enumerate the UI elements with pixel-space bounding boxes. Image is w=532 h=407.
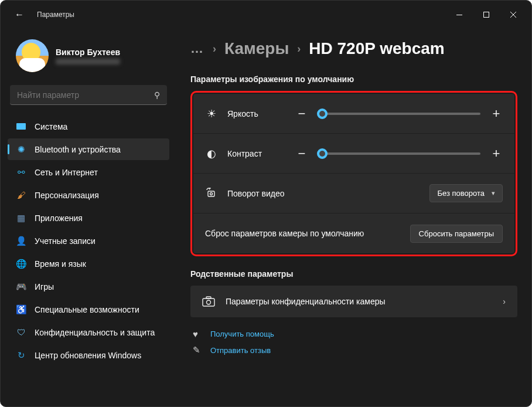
svg-rect-0 <box>456 15 462 15</box>
nav-accessibility[interactable]: ♿ Специальные возможности <box>8 299 169 320</box>
get-help-link[interactable]: ♥ Получить помощь <box>193 329 517 339</box>
slider-thumb[interactable] <box>317 108 328 119</box>
apps-icon: ▦ <box>16 213 26 223</box>
chevron-right-icon: › <box>213 43 216 55</box>
accessibility-icon: ♿ <box>16 304 26 315</box>
breadcrumb-parent[interactable]: Камеры <box>224 39 289 58</box>
brightness-decrease[interactable]: − <box>295 106 308 121</box>
breadcrumb: … › Камеры › HD 720P webcam <box>190 39 517 58</box>
contrast-slider[interactable] <box>318 152 480 155</box>
slider-thumb[interactable] <box>317 148 328 159</box>
nav-network[interactable]: ⚯ Сеть и Интернет <box>8 161 169 183</box>
footer-links: ♥ Получить помощь ✎ Отправить отзыв <box>190 329 517 355</box>
svg-rect-6 <box>203 299 214 306</box>
nav-label: Центр обновления Windows <box>35 351 141 360</box>
nav-system[interactable]: Система <box>8 116 169 137</box>
contrast-label: Контраст <box>227 149 286 158</box>
nav-gaming[interactable]: 🎮 Игры <box>8 276 169 297</box>
breadcrumb-more[interactable]: … <box>190 41 204 56</box>
contrast-icon: ◐ <box>205 147 218 160</box>
search-input[interactable] <box>17 90 154 100</box>
nav-label: Система <box>35 122 67 131</box>
brightness-label: Яркость <box>227 109 286 118</box>
user-icon: 👤 <box>16 236 26 246</box>
bluetooth-icon: ✺ <box>16 144 26 155</box>
globe-icon: 🌐 <box>16 259 26 269</box>
window-controls <box>446 5 527 24</box>
svg-rect-1 <box>484 12 489 18</box>
window-title: Параметры <box>37 11 74 19</box>
nav-label: Конфиденциальность и защита <box>35 328 155 337</box>
profile-block[interactable]: Виктор Бухтеев <box>8 29 169 85</box>
reset-label: Сброс параметров камеры по умолчанию <box>205 229 364 238</box>
nav-windows-update[interactable]: ↻ Центр обновления Windows <box>8 344 169 366</box>
minimize-button[interactable] <box>446 5 473 24</box>
contrast-increase[interactable]: + <box>490 146 503 161</box>
image-defaults-card: ☀ Яркость − + ◐ Контраст <box>193 94 514 253</box>
nav-label: Учетные записи <box>35 236 96 246</box>
brightness-increase[interactable]: + <box>490 106 503 121</box>
nav-list: Система ✺ Bluetooth и устройства ⚯ Сеть … <box>8 116 169 366</box>
shield-icon: 🛡 <box>16 327 26 338</box>
brightness-slider[interactable] <box>318 113 480 115</box>
privacy-label: Параметры конфиденциальности камеры <box>226 297 386 306</box>
search-box[interactable]: ⚲ <box>10 85 167 105</box>
maximize-button[interactable] <box>473 5 500 24</box>
nav-label: Специальные возможности <box>35 305 139 314</box>
titlebar: ← Параметры <box>1 1 531 29</box>
sidebar: Виктор Бухтеев ⚲ Система ✺ Bluetooth и у… <box>1 29 176 406</box>
nav-personalization[interactable]: 🖌 Персонализация <box>8 184 169 206</box>
svg-rect-8 <box>206 297 211 299</box>
nav-privacy[interactable]: 🛡 Конфиденциальность и защита <box>8 321 169 343</box>
nav-apps[interactable]: ▦ Приложения <box>8 207 169 229</box>
brightness-icon: ☀ <box>205 107 218 120</box>
feedback-icon: ✎ <box>193 345 203 355</box>
link-label: Отправить отзыв <box>210 346 271 355</box>
privacy-settings-link[interactable]: Параметры конфиденциальности камеры › <box>190 286 517 317</box>
update-icon: ↻ <box>16 350 26 361</box>
close-icon <box>510 12 516 18</box>
rotation-label: Поворот видео <box>227 189 286 198</box>
link-label: Получить помощь <box>210 330 274 338</box>
wifi-icon: ⚯ <box>16 167 26 178</box>
settings-window: ← Параметры Виктор Бухтеев <box>0 0 532 407</box>
brightness-row: ☀ Яркость − + <box>193 94 514 134</box>
system-icon <box>16 121 26 132</box>
back-button[interactable]: ← <box>12 9 26 20</box>
nav-label: Сеть и Интернет <box>35 168 98 177</box>
breadcrumb-current: HD 720P webcam <box>309 39 444 58</box>
section-title-related: Родственные параметры <box>190 269 517 279</box>
contrast-row: ◐ Контраст − + <box>193 134 514 174</box>
dropdown-value: Без поворота <box>437 189 485 198</box>
chevron-down-icon: ▾ <box>492 189 495 197</box>
svg-point-7 <box>207 300 211 304</box>
rotation-dropdown[interactable]: Без поворота ▾ <box>429 184 503 202</box>
nav-label: Время и язык <box>35 259 86 269</box>
chevron-right-icon: › <box>503 297 506 306</box>
nav-bluetooth-devices[interactable]: ✺ Bluetooth и устройства <box>8 138 169 160</box>
avatar <box>16 39 49 72</box>
nav-label: Игры <box>35 282 54 291</box>
highlight-annotation: ☀ Яркость − + ◐ Контраст <box>190 91 517 256</box>
svg-rect-4 <box>208 191 214 196</box>
maximize-icon <box>483 12 489 18</box>
rotation-row: Поворот видео Без поворота ▾ <box>193 174 514 213</box>
reset-button[interactable]: Сбросить параметры <box>410 225 503 243</box>
main-content: … › Камеры › HD 720P webcam Параметры из… <box>176 29 531 406</box>
svg-point-5 <box>210 192 213 195</box>
nav-label: Персонализация <box>35 191 99 200</box>
nav-accounts[interactable]: 👤 Учетные записи <box>8 230 169 252</box>
gamepad-icon: 🎮 <box>16 281 26 292</box>
reset-row: Сброс параметров камеры по умолчанию Сбр… <box>193 213 514 253</box>
close-button[interactable] <box>500 5 527 24</box>
profile-name: Виктор Бухтеев <box>56 48 120 57</box>
contrast-decrease[interactable]: − <box>295 146 308 161</box>
chevron-right-icon: › <box>297 43 301 55</box>
brush-icon: 🖌 <box>16 190 26 201</box>
nav-label: Приложения <box>35 213 83 223</box>
profile-email <box>56 59 120 65</box>
nav-label: Bluetooth и устройства <box>35 145 121 154</box>
nav-time-language[interactable]: 🌐 Время и язык <box>8 253 169 274</box>
section-title-image-defaults: Параметры изображения по умолчанию <box>190 74 517 84</box>
feedback-link[interactable]: ✎ Отправить отзыв <box>193 345 517 355</box>
